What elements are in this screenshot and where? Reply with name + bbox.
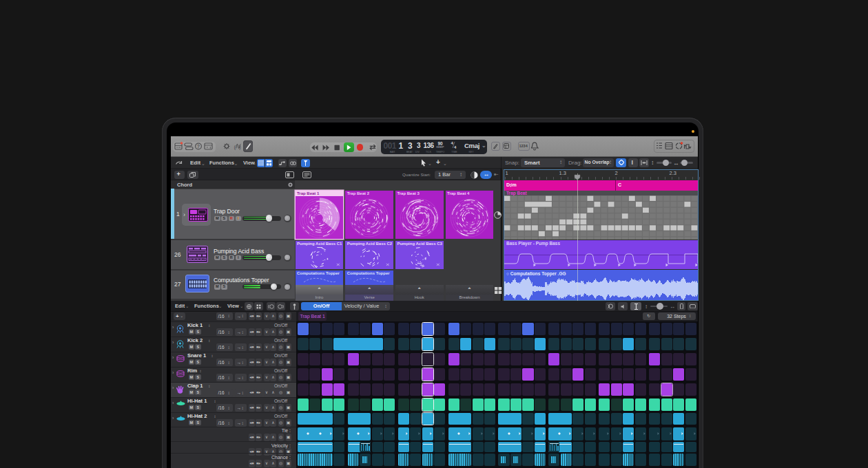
svg-text:): ) [239, 144, 240, 149]
svg-text:(: ( [234, 144, 236, 149]
